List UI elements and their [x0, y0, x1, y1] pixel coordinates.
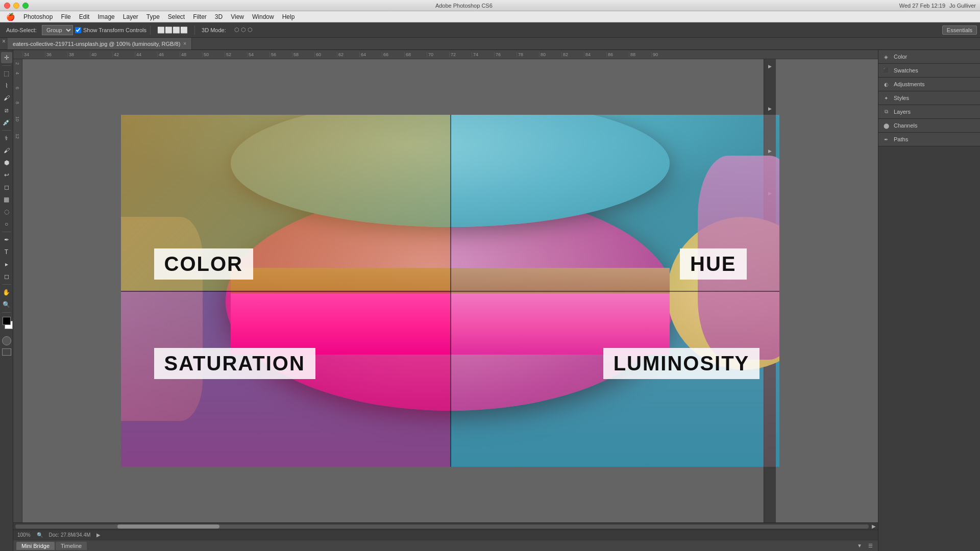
canvas-with-ruler: 2 4 6 8 10 12 [13, 59, 878, 522]
history-brush-tool[interactable]: ↩ [1, 169, 12, 181]
ruler-mark: 44 [135, 52, 157, 57]
ruler-mark: 84 [584, 52, 606, 57]
blur-tool[interactable]: ◌ [1, 206, 12, 217]
menu-type[interactable]: Type [143, 12, 163, 21]
scrollbar-thumb[interactable] [117, 524, 219, 529]
options-bar: Auto-Select: Group Layer Show Transform … [0, 22, 980, 38]
hand-tool[interactable]: ✋ [1, 287, 12, 298]
brush-tool[interactable]: 🖌 [1, 145, 12, 156]
canvas-image: COLOR HUE SATURATION LUMINOSITY [121, 115, 779, 467]
ruler-mark: 66 [382, 52, 404, 57]
menu-bar: 🍎 Photoshop File Edit Image Layer Type S… [0, 11, 980, 22]
panel-header-paths[interactable]: ✒ Paths [878, 133, 980, 146]
panel-section-layers: ⧉ Layers [878, 105, 980, 119]
doc-info-expand[interactable]: ▶ [96, 532, 101, 538]
doc-info: Doc: 27.8M/34.4M [49, 532, 91, 538]
path-select-tool[interactable]: ▸ [1, 259, 12, 270]
menu-3d[interactable]: 3D [211, 12, 226, 21]
healing-tool[interactable]: ⚕ [1, 133, 12, 144]
menu-photoshop[interactable]: Photoshop [20, 12, 56, 21]
vertical-divider [450, 115, 451, 467]
pen-tool[interactable]: ✒ [1, 234, 12, 245]
menu-window[interactable]: Window [249, 12, 278, 21]
3d-mode-icons: ⬡ ⬡ ⬡ [231, 26, 256, 34]
adjustments-panel-icon: ◐ [883, 81, 890, 88]
ruler-mark: 48 [180, 52, 202, 57]
lasso-tool[interactable]: ⌇ [1, 80, 12, 91]
zoom-tool[interactable]: 🔍 [1, 299, 12, 310]
panel-header-swatches[interactable]: ⬛ Swatches [878, 64, 980, 77]
menu-filter[interactable]: Filter [189, 12, 210, 21]
show-transform-checkbox[interactable] [75, 27, 81, 33]
traffic-lights [4, 3, 29, 9]
scrollbar-track [15, 524, 869, 529]
layers-panel-icon: ⧉ [883, 108, 890, 115]
panel-header-layers[interactable]: ⧉ Layers [878, 105, 980, 118]
marquee-tool[interactable]: ⬚ [1, 68, 12, 79]
menu-help[interactable]: Help [279, 12, 299, 21]
bottom-panel-collapse[interactable]: ▼ [855, 543, 864, 548]
essentials-button[interactable]: Essentials [942, 26, 977, 35]
tool-sep-3 [2, 232, 11, 232]
auto-select-dropdown[interactable]: Group Layer [42, 25, 73, 35]
show-transform-container: Show Transform Controls [75, 27, 146, 33]
canvas-container[interactable]: COLOR HUE SATURATION LUMINOSITY ▶ ▶ ▶ ▶ [22, 59, 878, 522]
menu-layer[interactable]: Layer [119, 12, 142, 21]
menu-edit[interactable]: Edit [76, 12, 93, 21]
document-tab[interactable]: eaters-collective-219711-unsplash.jpg @ … [8, 38, 192, 49]
horizontal-scrollbar[interactable]: ▶ [13, 522, 878, 530]
move-tool[interactable]: ✛ [1, 52, 12, 63]
ruler-mark: 38 [67, 52, 90, 57]
color-panel-title: Color [894, 54, 907, 60]
ruler-mark: 82 [561, 52, 584, 57]
panel-toggle-1[interactable]: ▶ [765, 61, 775, 71]
minimize-button[interactable] [13, 3, 19, 9]
zoom-controls[interactable]: 🔍 [37, 532, 43, 538]
layers-panel-title: Layers [894, 109, 911, 115]
gradient-tool[interactable]: ▦ [1, 194, 12, 205]
quick-mask-btn[interactable] [2, 336, 11, 345]
3d-mode-label: 3D Mode: [199, 26, 229, 34]
ruler-mark: 60 [314, 52, 337, 57]
tab-timeline[interactable]: Timeline [56, 542, 87, 550]
panel-header-color[interactable]: ◈ Color [878, 50, 980, 63]
toolbar-separator-1 [150, 26, 151, 35]
tab-close-btn[interactable]: × [183, 41, 186, 46]
menu-view[interactable]: View [227, 12, 248, 21]
crop-tool[interactable]: ⧄ [1, 105, 12, 116]
ruler-mark: 90 [651, 52, 674, 57]
color-swatches[interactable] [1, 317, 13, 331]
text-tool[interactable]: T [1, 246, 12, 258]
stamp-tool[interactable]: ⬢ [1, 157, 12, 168]
horizontal-ruler: 34 36 38 40 42 44 46 48 50 52 54 56 58 6… [13, 50, 878, 59]
ruler-marks: 34 36 38 40 42 44 46 48 50 52 54 56 58 6… [22, 52, 674, 57]
menu-select[interactable]: Select [164, 12, 188, 21]
panel-header-channels[interactable]: ⬤ Channels [878, 119, 980, 132]
panel-section-paths: ✒ Paths [878, 133, 980, 146]
panel-header-styles[interactable]: ✦ Styles [878, 91, 980, 105]
ruler-mark: 42 [112, 52, 135, 57]
foreground-color-swatch[interactable] [3, 317, 11, 325]
maximize-button[interactable] [22, 3, 29, 9]
shape-tool[interactable]: ◻ [1, 271, 12, 282]
close-button[interactable] [4, 3, 10, 9]
eraser-tool[interactable]: ◻ [1, 182, 12, 193]
menu-image[interactable]: Image [94, 12, 118, 21]
menu-file[interactable]: File [57, 12, 74, 21]
panel-header-adjustments[interactable]: ◐ Adjustments [878, 78, 980, 91]
ruler-mark: 58 [292, 52, 314, 57]
tab-mini-bridge[interactable]: Mini Bridge [16, 542, 55, 550]
tab-close-icon[interactable]: × [0, 38, 8, 49]
system-clock: Wed 27 Feb 12:19 [899, 3, 945, 9]
styles-panel-title: Styles [894, 95, 909, 101]
screen-mode-btn[interactable] [2, 348, 11, 356]
eyedropper-tool[interactable]: 💉 [1, 117, 12, 128]
apple-menu[interactable]: 🍎 [2, 13, 19, 21]
panel-toggle-2[interactable]: ▶ [765, 104, 775, 114]
dodge-tool[interactable]: ○ [1, 218, 12, 230]
scroll-arrow-right[interactable]: ▶ [872, 523, 876, 529]
panel-section-swatches: ⬛ Swatches [878, 64, 980, 78]
quick-select-tool[interactable]: 🖌 [1, 92, 12, 104]
show-transform-label: Show Transform Controls [83, 27, 146, 33]
bottom-panel-menu[interactable]: ☰ [866, 543, 875, 548]
